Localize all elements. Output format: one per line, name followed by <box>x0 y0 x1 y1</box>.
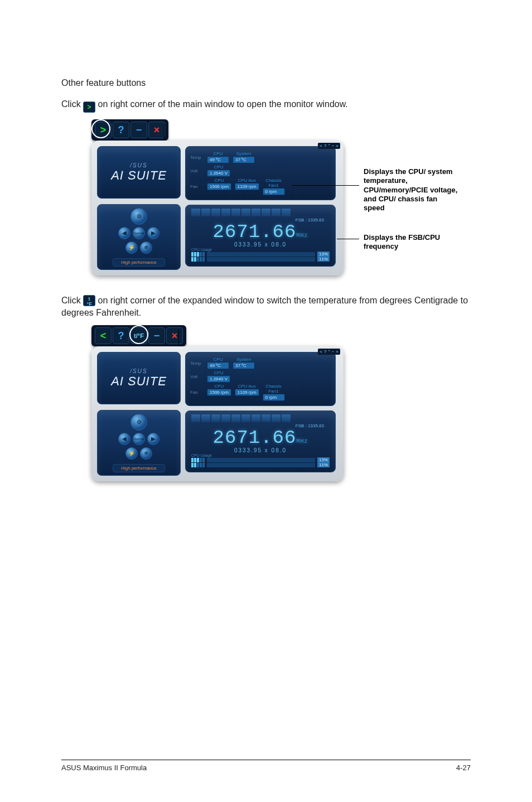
cpu-fan-value: 1506 rpm <box>207 183 231 190</box>
mode-right-icon[interactable]: ▶ <box>147 227 159 239</box>
cpu-volt-value: 1.2640 V <box>207 170 230 177</box>
ai-suite-window-2: < ? ° − × /SUS AI SUITE ⚙ ◀ Normal ▶ <box>91 346 344 481</box>
mode-left-icon[interactable]: ◀ <box>118 433 130 445</box>
footer-right: 4-27 <box>456 764 471 772</box>
cpu-volt-label: CPU <box>207 165 230 170</box>
intro1-a: Click <box>61 99 83 109</box>
frequency-panel: FSB : 1335.83 2671.66MHz 0333.95 x 08.0 … <box>185 410 336 472</box>
window-controls-mini: < ? ° − × <box>318 349 340 355</box>
intro-paragraph-1: Click > on right corner of the main wind… <box>61 98 471 113</box>
mini-close-icon[interactable]: × <box>335 143 339 148</box>
sys-temp-label: System <box>233 357 255 362</box>
chassis-fan-value: 0 rpm <box>263 188 285 195</box>
intro-paragraph-2: Click t°F on right corner of the expande… <box>61 294 471 318</box>
chassis-fan-label: Chassis Fan1 <box>263 178 285 188</box>
mode-top-icon[interactable]: ⚙ <box>130 208 147 225</box>
row-label: Temp <box>190 155 204 160</box>
cpu-temp-value: 49 ºC <box>207 362 229 369</box>
cpu-volt-label: CPU <box>207 370 230 375</box>
close-button[interactable]: × <box>148 122 165 138</box>
aux-fan-label: CPU Aux <box>236 178 258 183</box>
mini-min-icon[interactable]: − <box>331 143 335 148</box>
mini-back-icon[interactable]: < <box>319 143 323 148</box>
performance-button[interactable]: High performance <box>113 258 165 267</box>
lead-line-1 <box>292 185 359 186</box>
mode-fan-icon[interactable]: ❄ <box>140 241 152 254</box>
mode-setting-icon[interactable]: ⚡ <box>125 447 138 460</box>
row-label: Volt <box>190 374 204 379</box>
screenshot-2: < ? t/°F − × < ? ° − × /SUS AI SUITE ⚙ <box>91 325 493 481</box>
collapse-button[interactable]: < <box>95 327 112 344</box>
cpu-usage-row-1: 13% <box>191 457 330 462</box>
close-button[interactable]: × <box>166 327 183 344</box>
zoom-toolbar-2: < ? t/°F − × <box>91 325 186 346</box>
cpu-temp-value: 49 ºC <box>207 156 229 163</box>
cpu-usage-row-1: 13% <box>191 252 330 257</box>
expand-button[interactable]: > <box>95 122 112 138</box>
brand-panel: /SUS AI SUITE <box>97 146 181 199</box>
row-label: Volt <box>190 168 204 173</box>
cpu-usage-label: CPU Usage <box>191 453 330 457</box>
intro2-a: Click <box>61 296 83 305</box>
lead-line-2 <box>337 239 359 239</box>
cpu-volt-value: 1.2640 V <box>207 375 230 383</box>
sys-temp-value: 37 ºC <box>233 156 255 163</box>
intro2-b: on right corner of the expanded window t… <box>61 296 468 317</box>
cpu-usage-2: 11% <box>317 462 330 467</box>
expand-icon: > <box>83 102 95 113</box>
window-controls-mini: < ? ° − × <box>318 143 340 149</box>
aux-fan-value: 1109 rpm <box>235 183 259 190</box>
page-footer: ASUS Maximus II Formula 4-27 <box>61 760 471 772</box>
multiplier-line: 0333.95 x 08.0 <box>191 241 330 248</box>
sys-temp-label: System <box>233 151 255 156</box>
mode-fan-icon[interactable]: ❄ <box>140 447 152 460</box>
footer-left: ASUS Maximus II Formula <box>61 764 147 772</box>
mode-label-icon: Normal <box>133 227 145 239</box>
aux-fan-value: 1109 rpm <box>235 389 259 396</box>
minimize-button[interactable]: − <box>130 122 147 138</box>
ai-suite-window: < ? ° − × /SUS AI SUITE ⚙ ◀ Normal ▶ <box>91 141 344 276</box>
mode-top-icon[interactable]: ⚙ <box>130 414 147 431</box>
mode-label-icon: Normal <box>133 433 145 445</box>
mini-temp-icon[interactable]: ° <box>327 349 330 354</box>
help-button[interactable]: ? <box>113 122 129 138</box>
cpu-usage-row-2: 11% <box>191 462 330 467</box>
brand-text: /SUS <box>130 368 147 374</box>
product-text: AI SUITE <box>111 374 167 389</box>
brand-panel: /SUS AI SUITE <box>97 352 181 404</box>
cpu-usage-1: 13% <box>317 457 330 462</box>
chassis-fan-value: 0 rpm <box>263 394 285 401</box>
cpu-freq-value: 2671.66MHz <box>191 428 330 447</box>
product-text: AI SUITE <box>111 168 167 183</box>
screenshot-1: > ? − × < ? ° − × /SUS AI SUITE ⚙ <box>91 119 493 276</box>
minimize-button[interactable]: − <box>148 327 165 344</box>
mode-left-icon[interactable]: ◀ <box>118 227 130 239</box>
multiplier-line: 0333.95 x 08.0 <box>191 447 330 453</box>
frequency-panel: FSB : 1335.83 2671.66MHz 0333.95 x 08.0 … <box>185 205 336 267</box>
mini-min-icon[interactable]: − <box>331 349 335 354</box>
cpu-usage-2: 11% <box>317 257 330 262</box>
row-label: Fan <box>190 390 204 395</box>
intro1-b: on right corner of the main window to op… <box>98 99 348 109</box>
cpu-fan-value: 1506 rpm <box>207 389 231 396</box>
mode-right-icon[interactable]: ▶ <box>147 433 159 445</box>
sys-temp-value: 37 ºC <box>233 362 255 369</box>
mode-setting-icon[interactable]: ⚡ <box>125 241 138 254</box>
mini-help-icon[interactable]: ? <box>323 349 327 354</box>
performance-button[interactable]: High performance <box>113 464 165 472</box>
cpu-fan-label: CPU <box>208 384 230 389</box>
mini-temp-icon[interactable]: ° <box>327 143 330 148</box>
mini-back-icon[interactable]: < <box>319 349 323 354</box>
cpu-freq-value: 2671.66MHz <box>191 223 330 241</box>
mini-close-icon[interactable]: × <box>335 349 339 354</box>
cpu-temp-label: CPU <box>207 357 229 362</box>
aux-fan-label: CPU Aux <box>236 384 258 389</box>
temp-unit-button[interactable]: t/°F <box>130 327 147 344</box>
brand-text: /SUS <box>130 162 147 168</box>
cpu-temp-label: CPU <box>207 151 229 156</box>
help-button[interactable]: ? <box>113 327 129 344</box>
row-label: Temp <box>190 361 204 366</box>
zoom-toolbar-1: > ? − × <box>91 119 168 141</box>
mini-help-icon[interactable]: ? <box>323 143 327 148</box>
cpu-usage-1: 13% <box>317 252 330 257</box>
